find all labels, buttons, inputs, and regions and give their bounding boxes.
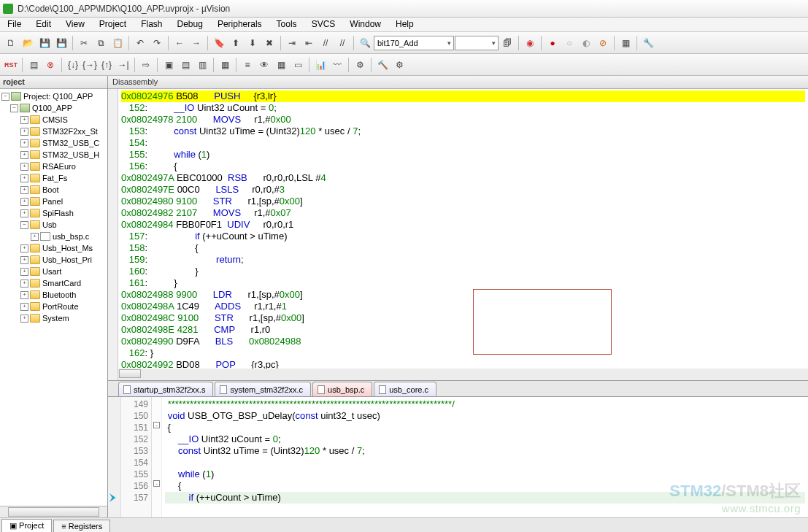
menu-view[interactable]: View <box>58 18 92 31</box>
indent-icon[interactable]: ⇥ <box>284 35 300 51</box>
menu-edit[interactable]: Edit <box>28 18 58 31</box>
watch-window-icon[interactable]: 👁 <box>256 57 272 73</box>
tree-group[interactable]: +STM32F2xx_St <box>0 126 107 137</box>
show-next-icon[interactable]: ⇨ <box>138 57 154 73</box>
menu-window[interactable]: Window <box>342 18 388 31</box>
trace-window-icon[interactable]: 〰 <box>329 57 345 73</box>
project-tree[interactable]: −Project: Q100_APP −Q100_APP +CMSIS +STM… <box>0 89 107 506</box>
tree-group[interactable]: +Usb_Host_Ms <box>0 242 107 254</box>
disasm-hscroll[interactable] <box>118 369 808 380</box>
tab-usb-bsp[interactable]: usb_bsp.c <box>312 382 372 396</box>
tree-group[interactable]: +Bluetooth <box>0 289 107 301</box>
nav-back-icon[interactable]: ← <box>172 35 188 51</box>
tree-group[interactable]: +System <box>0 312 107 324</box>
project-panel-title: roject <box>0 76 107 89</box>
bookmark-next-icon[interactable]: ⬇ <box>245 35 261 51</box>
menu-tools[interactable]: Tools <box>269 18 304 31</box>
tree-root[interactable]: −Project: Q100_APP <box>0 90 107 102</box>
uncomment-icon[interactable]: // <box>334 35 350 51</box>
file-icon <box>123 385 131 394</box>
project-hscroll[interactable] <box>0 506 107 517</box>
analysis-window-icon[interactable]: 📊 <box>312 57 328 73</box>
run-icon[interactable]: ▤ <box>26 57 42 73</box>
tab-usb-core[interactable]: usb_core.c <box>374 382 436 396</box>
find-in-files-icon[interactable]: 🗐 <box>499 35 515 51</box>
tree-group[interactable]: +CMSIS <box>0 114 107 126</box>
menu-project[interactable]: Project <box>92 18 134 31</box>
find-icon[interactable]: 🔍 <box>357 35 373 51</box>
registers-window-icon[interactable]: ▦ <box>217 57 233 73</box>
breakpoint-enable-icon[interactable]: ○ <box>561 35 577 51</box>
tree-group[interactable]: +STM32_USB_H <box>0 149 107 161</box>
save-icon[interactable]: 💾 <box>36 35 53 51</box>
tree-group[interactable]: +Usart <box>0 266 107 277</box>
open-icon[interactable]: 📂 <box>20 35 36 51</box>
symbols-window-icon[interactable]: ▥ <box>194 57 210 73</box>
tree-group[interactable]: +PortRoute <box>0 301 107 312</box>
breakpoint-kill-icon[interactable]: ⊘ <box>595 35 611 51</box>
redo-icon[interactable]: ↷ <box>149 35 165 51</box>
tree-group[interactable]: +SmartCard <box>0 277 107 289</box>
outdent-icon[interactable]: ⇤ <box>301 35 317 51</box>
undo-icon[interactable]: ↶ <box>132 35 148 51</box>
cut-icon[interactable]: ✂ <box>76 35 92 51</box>
run-to-cursor-icon[interactable]: →| <box>115 57 131 73</box>
menu-svcs[interactable]: SVCS <box>304 18 343 31</box>
tree-group[interactable]: +RSAEuro <box>0 161 107 172</box>
menu-help[interactable]: Help <box>388 18 421 31</box>
tree-group[interactable]: +Fat_Fs <box>0 172 107 184</box>
bookmark-clear-icon[interactable]: ✖ <box>261 35 277 51</box>
configure-icon[interactable]: 🔧 <box>640 35 656 51</box>
step-into-icon[interactable]: {↓} <box>65 57 81 73</box>
disasm-gutter <box>108 89 118 380</box>
save-all-icon[interactable]: 💾 <box>53 35 69 51</box>
disassembly-window-icon[interactable]: ▤ <box>177 57 193 73</box>
find-combo[interactable]: bit170_Add <box>374 36 454 50</box>
bookmark-prev-icon[interactable]: ⬆ <box>228 35 244 51</box>
file-icon <box>220 385 227 394</box>
find-combo2[interactable] <box>455 36 499 50</box>
breakpoint-insert-icon[interactable]: ● <box>545 35 561 51</box>
call-stack-icon[interactable]: ≡ <box>239 57 255 73</box>
window-layout-icon[interactable]: ▦ <box>617 35 634 51</box>
memory-window-icon[interactable]: ▦ <box>273 57 289 73</box>
menu-debug[interactable]: Debug <box>170 18 210 31</box>
bottom-tab-project[interactable]: ▣ Project <box>1 519 52 532</box>
serial-window-icon[interactable]: ▭ <box>290 57 306 73</box>
comment-icon[interactable]: // <box>318 35 334 51</box>
menu-flash[interactable]: Flash <box>134 18 169 31</box>
window-titlebar: D:\Code\Q100_APP\MDK\Q100_APP.uvprojx - … <box>0 0 808 18</box>
system-viewer-icon[interactable]: ⚙ <box>352 57 368 73</box>
bookmark-icon[interactable]: 🔖 <box>211 35 227 51</box>
tree-target[interactable]: −Q100_APP <box>0 102 107 114</box>
disassembly-view[interactable]: 0x08024976 B508 PUSH {r3,lr} 152: __IO U… <box>108 89 808 381</box>
nav-fwd-icon[interactable]: → <box>188 35 204 51</box>
new-file-icon[interactable]: 🗋 <box>3 35 19 51</box>
stop-icon[interactable]: ⊗ <box>42 57 58 73</box>
tab-startup[interactable]: startup_stm32f2xx.s <box>118 382 213 396</box>
toolbox-icon[interactable]: 🔨 <box>374 57 390 73</box>
tree-group[interactable]: +Boot <box>0 184 107 196</box>
step-over-icon[interactable]: {→} <box>82 57 98 73</box>
bottom-tab-registers[interactable]: ≡ Registers <box>53 520 110 532</box>
tree-group[interactable]: +STM32_USB_C <box>0 137 107 149</box>
command-window-icon[interactable]: ▣ <box>161 57 177 73</box>
paste-icon[interactable]: 📋 <box>109 35 126 51</box>
tab-system[interactable]: system_stm32f2xx.c <box>215 382 311 396</box>
debug-start-icon[interactable]: ◉ <box>522 35 538 51</box>
menu-peripherals[interactable]: Peripherals <box>210 18 269 31</box>
fold-margin: -- <box>152 397 162 517</box>
step-out-icon[interactable]: {↑} <box>99 57 115 73</box>
tree-group-usb[interactable]: −Usb <box>0 219 107 231</box>
breakpoint-disable-icon[interactable]: ◐ <box>578 35 594 51</box>
reset-icon[interactable]: RST <box>3 57 19 73</box>
source-editor[interactable]: 149150151152153154155156157 -- *********… <box>108 397 808 517</box>
tree-group[interactable]: +Panel <box>0 196 107 207</box>
menu-file[interactable]: File <box>0 18 28 31</box>
tree-group[interactable]: +Usb_Host_Pri <box>0 254 107 266</box>
debug-settings-icon[interactable]: ⚙ <box>391 57 407 73</box>
tree-group[interactable]: +SpiFlash <box>0 207 107 219</box>
copy-icon[interactable]: ⧉ <box>93 35 109 51</box>
workspace: roject −Project: Q100_APP −Q100_APP +CMS… <box>0 76 808 517</box>
tree-file-usb-bsp[interactable]: +usb_bsp.c <box>0 231 107 242</box>
